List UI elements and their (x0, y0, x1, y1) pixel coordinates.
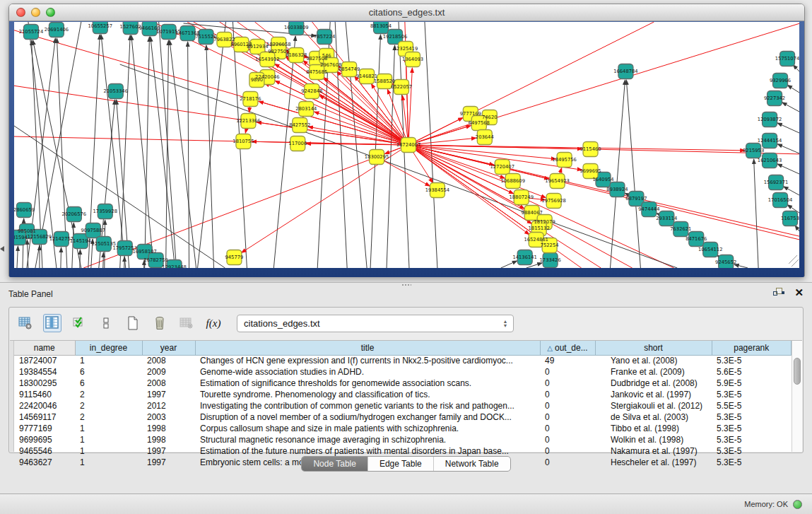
graph-node-label: 18300295 (365, 154, 389, 160)
graph-node-label: 20691406 (45, 27, 69, 33)
network-view-window: citations_edges.txt 18724007210557242069… (8, 4, 805, 277)
column-header-pagerank[interactable]: pagerank (712, 341, 792, 355)
graph-node-label: 6522057 (391, 84, 412, 90)
graph-node-label: 7857224 (314, 34, 335, 40)
graph-node-label: 8912934 (247, 44, 268, 49)
table-cell: Estimation of significance thresholds fo… (195, 378, 540, 389)
table-cell: 18724007 (14, 355, 75, 366)
graph-node-label: 9227342 (764, 95, 785, 101)
import-table-icon-disabled (177, 314, 196, 332)
table-cell: Yano et al. (2008) (595, 355, 712, 366)
graph-node-label: 9777169 (460, 111, 481, 117)
table-row[interactable]: 946554611997Estimation of the future num… (14, 445, 792, 457)
graph-node-label: 20206576 (62, 211, 86, 217)
table-cell: 9777169 (14, 423, 75, 434)
table-cell: 2 (75, 400, 142, 411)
table-cell: 2008 (142, 355, 195, 366)
tab-node-table[interactable]: Node Table (302, 457, 368, 471)
table-cell: Tourette syndrome. Phenomenology and cla… (195, 389, 540, 400)
table-cell: Investigating the contribution of common… (195, 400, 540, 411)
graph-node-label: 1527602 (120, 24, 141, 30)
graph-node-label: 203644 (476, 134, 494, 140)
window-title: citations_edges.txt (9, 7, 804, 18)
graph-node-label: 6497568 (469, 120, 490, 126)
tab-edge-table[interactable]: Edge Table (368, 457, 434, 471)
table-tabs: Node TableEdge TableNetwork Table (301, 456, 510, 472)
table-cell: Estimation of the future numbers of pati… (195, 445, 540, 457)
table-toolbar: f(x) citations_edges.txt ▲▼ (9, 308, 803, 339)
float-panel-icon[interactable] (773, 287, 784, 298)
graph-node-label: 12720407 (490, 164, 514, 170)
column-header-indegree[interactable]: in_degree (75, 341, 142, 355)
graph-node-label: 8854749 (339, 66, 360, 72)
column-header-short[interactable]: short (595, 341, 712, 355)
graph-node-label: 9245652 (715, 259, 736, 265)
table-cell: 14569117 (14, 411, 75, 423)
graph-node-label: 1733426 (540, 257, 561, 263)
delete-table-icon[interactable] (151, 314, 169, 332)
table-cell: 49 (540, 355, 595, 366)
column-header-year[interactable]: year (142, 341, 195, 355)
column-header-outde[interactable]: △out_de... (540, 341, 595, 355)
graph-node-label: 1815132 (529, 226, 550, 231)
network-graph-canvas[interactable]: 1872400721055724206914061065525715276029… (14, 22, 799, 268)
close-panel-icon[interactable]: ✕ (794, 287, 804, 298)
memory-status-indicator[interactable] (793, 500, 802, 509)
show-columns-icon[interactable] (43, 314, 61, 332)
table-cell: Dudbridge et al. (2008) (595, 378, 712, 389)
node-table-container: namein_degreeyeartitle△out_de...shortpag… (10, 340, 802, 452)
graph-node-label: 752254 (541, 243, 559, 248)
table-cell: Stergiakouli et al. (2012) (595, 400, 712, 411)
graph-node-label: 8813054 (370, 23, 392, 29)
close-window-button[interactable] (16, 8, 25, 17)
table-row[interactable]: 1938455462009Genome-wide association stu… (14, 366, 792, 378)
graph-node-label: 90975887 (81, 228, 105, 233)
table-row[interactable]: 969969511998Structural magnetic resonanc… (14, 434, 792, 445)
panel-title: Table Panel (8, 289, 53, 299)
table-cell: 0 (540, 434, 595, 445)
graph-node-label: 21055724 (19, 29, 43, 35)
panel-collapse-handle[interactable] (0, 246, 4, 252)
select-all-icon[interactable] (70, 314, 88, 332)
column-header-title[interactable]: title (195, 341, 540, 355)
table-cell: 0 (540, 400, 595, 411)
graph-node-label: 945779 (225, 255, 244, 260)
table-cell: 0 (540, 366, 595, 378)
table-cell: 1997 (142, 389, 195, 400)
tab-network-table[interactable]: Network Table (434, 457, 510, 471)
scrollbar-thumb[interactable] (794, 358, 801, 385)
graph-node-label: 116753 (781, 216, 799, 221)
table-cell: Disruption of a novel member of a sodium… (195, 411, 540, 423)
table-row[interactable]: 911546021997Tourette syndrome. Phenomeno… (14, 389, 792, 400)
table-cell: 0 (540, 423, 595, 434)
window-titlebar[interactable]: citations_edges.txt (9, 4, 804, 21)
column-header-name[interactable]: name (14, 341, 75, 355)
table-cell: Changes of HCN gene expression and I(f) … (195, 355, 540, 366)
new-table-icon[interactable] (124, 314, 142, 332)
table-row[interactable]: 2242004622012Investigating the contribut… (14, 400, 792, 411)
table-row[interactable]: 977716911998Corpus callosum shape and si… (14, 423, 792, 434)
table-row[interactable]: 1456911722003Disruption of a novel membe… (14, 411, 792, 423)
table-cell: Wolkin et al. (1998) (595, 434, 712, 445)
graph-node-label: 12444154 (758, 138, 782, 144)
clear-selection-icon[interactable] (97, 314, 115, 332)
minimize-window-button[interactable] (31, 8, 40, 17)
table-row[interactable]: 1830029562008Estimation of significance … (14, 378, 792, 389)
graph-node-label: 1364093 (402, 57, 423, 62)
table-cell: 5.3E-5 (712, 411, 792, 423)
table-scrollbar[interactable] (792, 341, 802, 452)
splitter-handle[interactable] (401, 284, 411, 286)
table-selector[interactable]: citations_edges.txt ▲▼ (237, 315, 514, 332)
table-panel: Table Panel ✕ (0, 282, 812, 493)
graph-node-label: 8471676 (686, 236, 707, 242)
table-cell: 2 (75, 411, 142, 423)
table-cell: 19384554 (14, 366, 75, 378)
function-builder-icon[interactable]: f(x) (204, 314, 223, 332)
table-options-icon[interactable] (16, 314, 35, 332)
graph-node-label: 8186328 (286, 52, 307, 58)
graph-node-label: 19756928 (541, 198, 565, 204)
table-cell: 5.6E-5 (712, 366, 792, 378)
graph-node-label: 12923448 (162, 264, 186, 268)
table-row[interactable]: 1872400712008Changes of HCN gene express… (14, 355, 792, 366)
zoom-window-button[interactable] (46, 8, 55, 17)
